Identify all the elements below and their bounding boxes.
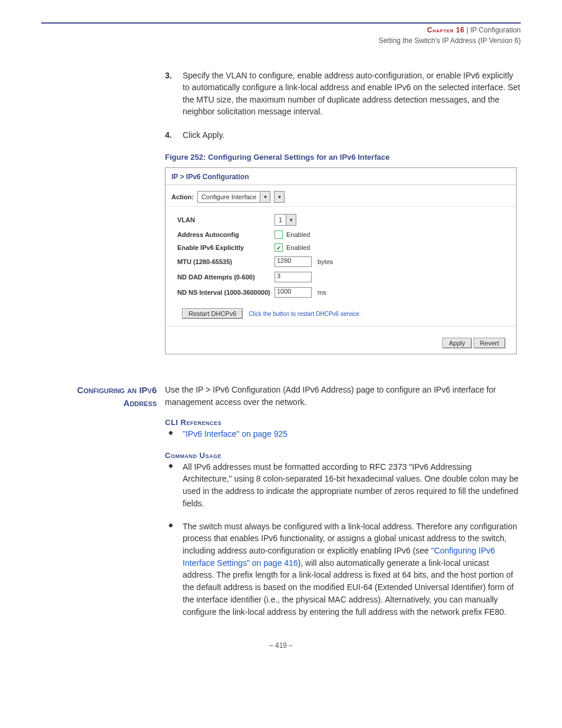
list-item: All IPv6 addresses must be formatted acc… [165, 461, 521, 510]
list-item: The switch must always be configured wit… [165, 521, 521, 618]
dad-input[interactable]: 3 [275, 272, 312, 282]
chevron-down-icon: ▼ [286, 215, 296, 225]
explicit-checkbox[interactable]: ✔ [275, 243, 283, 252]
autoconfig-checkbox[interactable] [275, 230, 283, 239]
ns-label: ND NS Interval (1000-3600000) [177, 289, 275, 296]
vlan-label: VLAN [177, 216, 275, 223]
cli-references-heading: CLI References [165, 418, 521, 427]
section-side-heading: Configuring an IPv6 Address [41, 384, 165, 410]
header-subtitle: Setting the Switch's IP Address (IP Vers… [41, 35, 521, 46]
step-3: 3. Specify the VLAN to configure, enable… [165, 70, 521, 117]
dad-label: ND DAD Attempts (0-600) [177, 274, 275, 281]
vlan-select[interactable]: 1 ▼ [275, 214, 296, 226]
embedded-screenshot: IP > IPv6 Configuration Action: Configur… [165, 167, 517, 354]
step-4: 4. Click Apply. [165, 129, 521, 141]
page-number: – 419 – [41, 641, 521, 650]
action-label: Action: [171, 193, 194, 200]
command-usage-heading: Command Usage [165, 451, 521, 460]
revert-button[interactable]: Revert [474, 338, 505, 348]
apply-button[interactable]: Apply [442, 338, 472, 348]
ns-input[interactable]: 1000 [275, 287, 312, 298]
action-select[interactable]: Configure Interface ▼ [197, 191, 271, 203]
restart-hint: Click the button to restart DHCPv6 servi… [249, 311, 361, 317]
mtu-label: MTU (1280-65535) [177, 258, 275, 265]
section-intro: Use the IP > IPv6 Configuration (Add IPv… [165, 384, 521, 408]
cli-reference-link[interactable]: "IPv6 Interface" on page 925 [183, 429, 287, 439]
list-item: "IPv6 Interface" on page 925 [165, 428, 521, 440]
figure-caption: Figure 252: Configuring General Settings… [165, 153, 521, 162]
autoconfig-label: Address Autoconfig [177, 231, 275, 238]
mtu-input[interactable]: 1280 [275, 256, 312, 267]
chevron-down-icon[interactable]: ▼ [274, 191, 285, 203]
explicit-label: Enable IPv6 Explicitly [177, 244, 275, 251]
chapter-title: IP Configuration [470, 26, 521, 34]
restart-dhcpv6-button[interactable]: Restart DHCPv6 [182, 308, 243, 319]
screenshot-title: IP > IPv6 Configuration [166, 168, 516, 183]
page-header: Chapter 16 | IP Configuration Setting th… [41, 25, 521, 46]
chevron-down-icon: ▼ [260, 192, 270, 202]
chapter-label: Chapter 16 [427, 26, 464, 34]
